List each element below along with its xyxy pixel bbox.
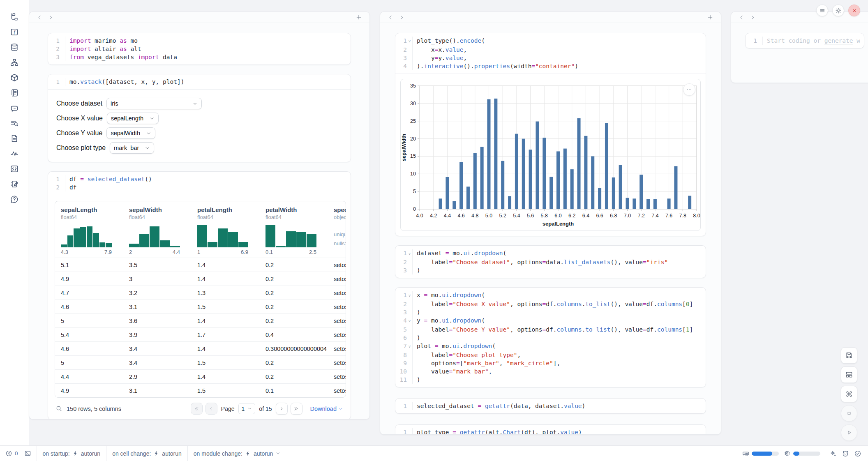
code-line[interactable]: 1import marimo as mo [48,37,346,45]
code-line[interactable]: 3) [395,308,702,316]
function-icon[interactable]: f [10,28,19,37]
fold-icon[interactable]: v [407,249,412,258]
code-cell-vstack[interactable]: 1mo.vstack([dataset, x, y, plot]) Choose… [48,74,351,162]
stop-button[interactable] [841,405,857,422]
code-line[interactable]: 6) [395,334,702,342]
database-icon[interactable] [10,43,19,52]
add-cell-icon[interactable] [356,14,362,21]
table-row[interactable]: 4.42.91.40.2setosa [55,369,346,383]
add-cell-icon[interactable] [707,14,713,21]
download-button[interactable]: Download [310,406,344,412]
logs-icon[interactable] [10,119,19,128]
code-cell-dataset-dropdown[interactable]: 1vdataset = mo.ui.dropdown(2 label="Choo… [395,245,706,278]
code-line[interactable]: 4).interactive().properties(width="conta… [395,62,702,70]
code-line[interactable]: 10 value="mark_bar", [395,367,702,376]
chevron-left-icon[interactable] [37,14,43,21]
command-button[interactable] [841,386,857,402]
table-row[interactable]: 4.63.11.50.2setosa [55,300,346,313]
code-line[interactable]: 1vx = mo.ui.dropdown( [395,291,702,300]
dropdown-select[interactable]: sepalLength [107,113,159,124]
settings-button[interactable] [832,5,844,16]
dropdown-select[interactable]: sepalWidth [106,127,155,139]
code-line[interactable]: 3 y=y.value, [395,54,702,62]
fold-icon[interactable]: v [407,291,412,300]
table-row[interactable]: 4.93.11.50.1setosa [55,383,346,397]
code-line[interactable]: 1vdataset = mo.ui.dropdown( [395,249,702,258]
dropdown-select[interactable]: mark_bar [110,142,154,154]
code-line[interactable]: 3from vega_datasets import data [48,53,346,61]
code-cell-dataframe[interactable]: 1df = selected_dataset()2df sepalLengthf… [48,171,351,420]
code-cell-imports[interactable]: 1import marimo as mo2import altair as al… [48,33,351,65]
page-select[interactable]: 1 [238,403,256,414]
chatbot-icon[interactable] [10,104,19,113]
code-cell-xy-plot-dropdowns[interactable]: 1vx = mo.ui.dropdown(2 label="Choose X v… [395,287,706,387]
table-column-header[interactable]: petalWidthfloat640.12.5 [260,206,328,255]
table-row[interactable]: 53.61.40.2setosa [55,313,346,327]
search-icon[interactable] [55,405,62,412]
dropdown-select[interactable]: iris [106,98,202,109]
table-column-header[interactable]: sepalWidthfloat6424.4 [123,206,192,255]
code-line[interactable]: 1df = selected_dataset() [48,175,346,183]
connection-status-icon[interactable] [854,450,861,457]
table-row[interactable]: 4.73.21.30.2setosa [55,286,346,300]
chevron-right-icon[interactable] [48,14,54,21]
code-line[interactable]: 1mo.vstack([dataset, x, y, plot]) [48,78,346,86]
layout-button[interactable] [841,366,857,383]
next-page-button[interactable] [276,403,288,415]
document-icon[interactable] [10,134,19,143]
table-column-header[interactable]: sepalLengthfloat644.37.9 [55,206,123,255]
package-icon[interactable] [10,73,19,82]
code-line[interactable]: 1plot_type = getattr(alt.Chart(df), plot… [395,428,702,435]
code-line[interactable]: 2import altair as alt [48,45,346,53]
script-icon[interactable] [10,88,19,97]
code-line[interactable]: 11) [395,376,702,384]
code-line[interactable]: 7vplot = mo.ui.dropdown( [395,342,702,351]
code-cell-plot-type[interactable]: 1plot_type = getattr(alt.Chart(df), plot… [395,424,706,435]
table-row[interactable]: 4.931.40.2setosa [55,272,346,286]
table-row[interactable]: 5.13.51.40.2setosa [55,258,346,272]
graph-icon[interactable] [10,58,19,67]
code-line[interactable]: 4vy = mo.ui.dropdown( [395,316,702,325]
autorun-config[interactable]: on startup:autorun [37,446,106,461]
last-page-button[interactable] [291,403,302,415]
play-button[interactable] [841,424,857,441]
chevron-left-icon[interactable] [388,14,394,21]
chevron-left-icon[interactable] [739,14,745,21]
bar-chart[interactable]: 051015202530354.04.24.44.64.85.05.25.45.… [401,79,703,230]
help-icon[interactable] [10,195,19,204]
menu-button[interactable] [816,5,828,16]
chevron-right-icon[interactable] [750,14,756,21]
chart-output[interactable]: 051015202530354.04.24.44.64.85.05.25.45.… [400,79,701,231]
first-page-button[interactable] [191,403,203,415]
fold-icon[interactable]: v [407,37,412,46]
code-line[interactable]: 1Start coding or generate with AI [746,37,860,45]
autorun-config[interactable]: on module change:autorun [188,446,287,461]
file-tree-icon[interactable] [10,12,19,21]
prev-page-button[interactable] [205,403,217,415]
table-row[interactable]: 4.63.41.40.30000000000000004setosa [55,341,346,355]
fold-icon[interactable]: v [407,342,412,351]
code-line[interactable]: 8 label="Choose plot type", [395,351,702,359]
code-line[interactable]: 2 label="Choose dataset", options=data.l… [395,258,702,266]
chevron-right-icon[interactable] [399,14,405,21]
code-line[interactable]: 2 label="Choose X value", options=df.col… [395,300,702,308]
error-indicator[interactable]: 0 [0,446,23,461]
code-line[interactable]: 3) [395,266,702,274]
chart-menu-icon[interactable] [683,83,695,96]
empty-code-cell[interactable]: 1Start coding or generate with AI [745,33,864,48]
activity-icon[interactable] [10,149,19,158]
close-button[interactable] [848,5,860,16]
github-icon[interactable] [842,450,849,457]
table-row[interactable]: 53.41.50.2setosa [55,355,346,369]
code-cell-selected-dataset[interactable]: 1selected_dataset = getattr(data, datase… [395,398,706,414]
table-row[interactable]: 5.43.91.70.4setosa [55,327,346,341]
ai-sparkle-icon[interactable] [829,450,837,457]
autorun-config[interactable]: on cell change:autorun [106,446,187,461]
code-line[interactable]: 9 options=["mark_bar", "mark_circle"], [395,359,702,367]
code-line[interactable]: 2 x=x.value, [395,46,702,54]
scratchpad-icon[interactable] [10,180,19,189]
code-line[interactable]: 1selected_dataset = getattr(data, datase… [395,402,702,410]
code-cell-chart[interactable]: 1vplot_type().encode(2 x=x.value,3 y=y.v… [395,33,706,236]
terminal-button[interactable] [23,446,37,461]
code-line[interactable]: 1vplot_type().encode( [395,37,702,46]
